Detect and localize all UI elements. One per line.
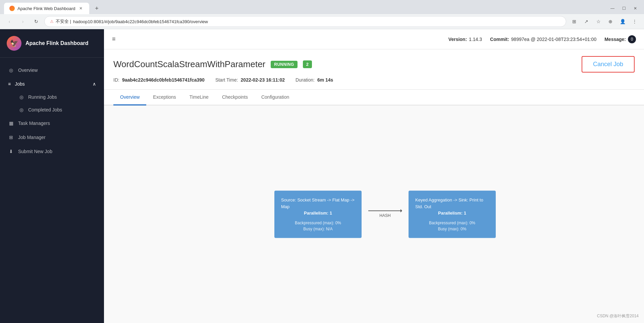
job-start-time-label: Start Time: xyxy=(215,77,238,83)
profile-icon[interactable]: 👤 xyxy=(617,16,628,27)
job-canvas: Source: Socket Stream -> Flat Map -> Map… xyxy=(104,105,644,323)
sidebar-nav: ◎ Overview ≡ Jobs ∧ ◎ Running Jobs ◎ Com… xyxy=(0,58,104,164)
tab-overview[interactable]: Overview xyxy=(113,90,146,105)
completed-jobs-icon: ◎ xyxy=(19,107,24,112)
message-info: Message: 0 xyxy=(604,35,636,43)
job-manager-icon: ⊞ xyxy=(8,134,14,140)
job-id-value: 9aab4c22c946dc0bfeb1546741fca390 xyxy=(122,77,205,83)
job-name: WordCountScalaStreamWithParameter xyxy=(113,59,265,70)
tab-configuration[interactable]: Configuration xyxy=(255,90,296,105)
nav-reload-button[interactable]: ↻ xyxy=(31,16,42,27)
app-container: 🦅 Apache Flink Dashboard ◎ Overview ≡ Jo… xyxy=(0,29,644,323)
commit-value: 98997ea @ 2022-01-08T23:23:54+01:00 xyxy=(511,37,596,42)
job-id-item: ID: 9aab4c22c946dc0bfeb1546741fca390 xyxy=(113,77,205,83)
job-duration-label: Duration: xyxy=(296,77,315,83)
window-maximize-button[interactable]: ☐ xyxy=(619,4,629,13)
version-value: 1.14.3 xyxy=(469,37,482,42)
new-tab-button[interactable]: + xyxy=(92,4,101,13)
flow-node-source[interactable]: Source: Socket Stream -> Flat Map -> Map… xyxy=(274,191,362,238)
version-info: Version: 1.14.3 xyxy=(448,37,482,42)
job-status-badge: RUNNING xyxy=(271,61,298,68)
sidebar-logo: 🦅 xyxy=(7,36,21,51)
translate-icon[interactable]: ⊞ xyxy=(569,16,580,27)
extensions-icon[interactable]: ⊕ xyxy=(605,16,616,27)
tab-close-button[interactable]: ✕ xyxy=(78,5,84,11)
job-start-time-value: 2022-02-23 16:11:02 xyxy=(241,77,285,83)
sidebar-item-running-jobs[interactable]: ◎ Running Jobs xyxy=(0,91,104,103)
tab-timeline[interactable]: TimeLine xyxy=(183,90,215,105)
sidebar-item-job-manager[interactable]: ⊞ Job Manager xyxy=(0,130,104,144)
canvas-inner: Source: Socket Stream -> Flat Map -> Map… xyxy=(104,105,644,323)
sink-node-parallelism: Parallelism: 1 xyxy=(415,210,489,217)
sidebar-item-label: Jobs xyxy=(15,81,25,87)
toolbar-icons: ⊞ ↗ ☆ ⊕ 👤 ⋮ xyxy=(569,16,640,27)
tab-exceptions[interactable]: Exceptions xyxy=(146,90,182,105)
sidebar-item-label: Running Jobs xyxy=(28,94,57,100)
jobs-icon: ≡ xyxy=(8,81,11,87)
arrow-label: HASH xyxy=(379,213,390,218)
browser-title-bar: Apache Flink Web Dashboard ✕ + — ☐ ✕ xyxy=(0,0,644,14)
sidebar-item-overview[interactable]: ◎ Overview xyxy=(0,63,104,77)
watermark: CSDN @洛叶枫雪2014 xyxy=(597,313,639,319)
job-header: WordCountScalaStreamWithParameter RUNNIN… xyxy=(104,49,644,90)
window-minimize-button[interactable]: — xyxy=(608,4,617,13)
browser-chrome: Apache Flink Web Dashboard ✕ + — ☐ ✕ ‹ ›… xyxy=(0,0,644,29)
address-url: hadoop10:8081/#/job/9aab4c22c946dc0bfeb1… xyxy=(73,19,208,24)
source-stat1: Backpressured (max): 0% xyxy=(281,220,355,226)
top-bar-info: Version: 1.14.3 Commit: 98997ea @ 2022-0… xyxy=(448,35,636,43)
sidebar-item-jobs[interactable]: ≡ Jobs ∧ xyxy=(0,77,104,91)
source-node-title: Source: Socket Stream -> Flat Map -> Map xyxy=(281,197,355,210)
job-duration-value: 6m 14s xyxy=(317,77,333,83)
bookmark-icon[interactable]: ☆ xyxy=(593,16,604,27)
flow-arrow: HASH xyxy=(362,211,409,218)
job-id-label: ID: xyxy=(113,77,119,83)
sink-node-title: Keyed Aggregation -> Sink: Print to Std.… xyxy=(415,197,489,210)
commit-label: Commit: xyxy=(490,37,509,42)
job-tabs: Overview Exceptions TimeLine Checkpoints… xyxy=(104,90,644,105)
cancel-job-button[interactable]: Cancel Job xyxy=(582,56,635,73)
address-prefix: 不安全 | xyxy=(56,18,71,25)
nav-forward-button[interactable]: › xyxy=(17,16,28,27)
share-icon[interactable]: ↗ xyxy=(581,16,592,27)
sidebar-item-label: Completed Jobs xyxy=(28,107,62,112)
tab-favicon xyxy=(9,6,15,11)
browser-tab[interactable]: Apache Flink Web Dashboard ✕ xyxy=(4,3,89,14)
sidebar-item-label: Submit New Job xyxy=(18,149,52,154)
flow-node-sink[interactable]: Keyed Aggregation -> Sink: Print to Std.… xyxy=(409,191,496,238)
job-duration-item: Duration: 6m 14s xyxy=(296,77,333,83)
tab-title: Apache Flink Web Dashboard xyxy=(17,6,75,11)
sidebar-item-label: Overview xyxy=(18,67,38,73)
sidebar-title: Apache Flink Dashboard xyxy=(25,40,89,46)
window-controls: — ☐ ✕ xyxy=(608,4,640,13)
job-start-time-item: Start Time: 2022-02-23 16:11:02 xyxy=(215,77,285,83)
submit-job-icon: ⬇ xyxy=(8,148,14,154)
sidebar-header: 🦅 Apache Flink Dashboard xyxy=(0,29,104,58)
sidebar-item-task-managers[interactable]: ▦ Task Managers xyxy=(0,116,104,130)
job-title-row: WordCountScalaStreamWithParameter RUNNIN… xyxy=(113,56,635,73)
security-icon: ⚠ xyxy=(50,19,54,24)
sink-stat2: Busy (max): 0% xyxy=(415,226,489,232)
address-bar[interactable]: ⚠ 不安全 | hadoop10:8081/#/job/9aab4c22c946… xyxy=(44,16,566,27)
source-node-parallelism: Parallelism: 1 xyxy=(281,210,355,217)
window-close-button[interactable]: ✕ xyxy=(631,4,640,13)
tab-checkpoints[interactable]: Checkpoints xyxy=(215,90,255,105)
browser-toolbar: ‹ › ↻ ⚠ 不安全 | hadoop10:8081/#/job/9aab4c… xyxy=(0,14,644,29)
sidebar-item-completed-jobs[interactable]: ◎ Completed Jobs xyxy=(0,103,104,116)
menu-icon[interactable]: ⋮ xyxy=(629,16,640,27)
message-label: Message: xyxy=(604,37,626,42)
flow-diagram: Source: Socket Stream -> Flat Map -> Map… xyxy=(274,191,496,238)
job-meta: ID: 9aab4c22c946dc0bfeb1546741fca390 Sta… xyxy=(113,77,635,83)
sink-node-stats: Backpressured (max): 0% Busy (max): 0% xyxy=(415,220,489,232)
jobs-sub-nav: ◎ Running Jobs ◎ Completed Jobs xyxy=(0,91,104,116)
sidebar: 🦅 Apache Flink Dashboard ◎ Overview ≡ Jo… xyxy=(0,29,104,323)
nav-back-button[interactable]: ‹ xyxy=(4,16,15,27)
sidebar-item-submit-new-job[interactable]: ⬇ Submit New Job xyxy=(0,144,104,158)
arrow-line xyxy=(368,211,402,211)
sidebar-item-label: Task Managers xyxy=(18,121,50,126)
job-parallelism-badge: 2 xyxy=(303,60,312,68)
hamburger-menu-icon[interactable]: ≡ xyxy=(112,36,116,43)
version-label: Version: xyxy=(448,37,467,42)
source-stat2: Busy (max): N/A xyxy=(281,226,355,232)
top-bar: ≡ Version: 1.14.3 Commit: 98997ea @ 2022… xyxy=(104,29,644,49)
sidebar-item-label: Job Manager xyxy=(18,135,46,140)
